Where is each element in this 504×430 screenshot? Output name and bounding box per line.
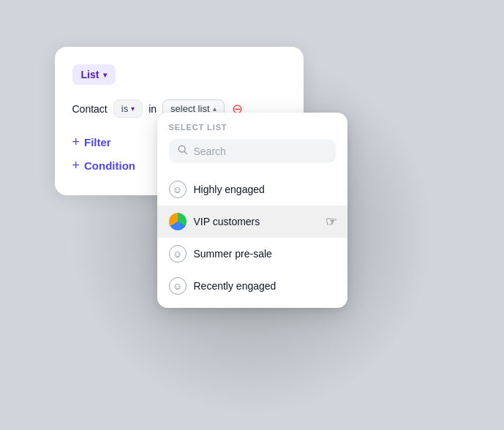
list-button-label: List [81,69,99,80]
contact-label: Contact [72,103,108,115]
chevron-down-icon: ▾ [131,105,135,113]
select-list-dropdown: SELECT LIST ☺ Highly engaged VIP custome… [157,113,347,308]
dropdown-title: SELECT LIST [169,123,336,132]
search-box [169,139,336,163]
condition-label: Condition [84,159,135,172]
in-label: in [148,103,157,115]
svg-line-1 [184,151,187,154]
search-icon [178,145,188,157]
item-label: Summer pre-sale [194,248,272,260]
item-label: Recently engaged [194,280,277,292]
plus-icon: + [72,159,80,172]
search-input[interactable] [194,146,327,157]
smile-icon: ☺ [169,181,187,198]
list-item[interactable]: ☺ Highly engaged [157,173,347,205]
item-label: Highly engaged [194,184,265,195]
list-button[interactable]: List ▾ [72,64,116,85]
is-selector[interactable]: is ▾ [113,99,143,118]
dropdown-header: SELECT LIST [157,113,347,169]
chevron-down-icon: ▾ [103,71,107,79]
vip-icon [169,213,187,230]
list-item[interactable]: VIP customers ☞ [157,205,347,238]
cursor-icon: ☞ [326,214,337,230]
plus-icon: + [72,135,80,148]
is-label: is [121,103,128,114]
filter-label: Filter [84,136,111,148]
smile-icon: ☺ [169,277,187,295]
chevron-up-icon: ▴ [213,105,217,113]
list-item[interactable]: ☺ Recently engaged [157,270,347,302]
list-item[interactable]: ☺ Summer pre-sale [157,238,347,270]
item-label: VIP customers [194,216,260,227]
dropdown-list: ☺ Highly engaged VIP customers ☞ ☺ Summe… [157,173,347,302]
smile-icon: ☺ [169,245,187,263]
